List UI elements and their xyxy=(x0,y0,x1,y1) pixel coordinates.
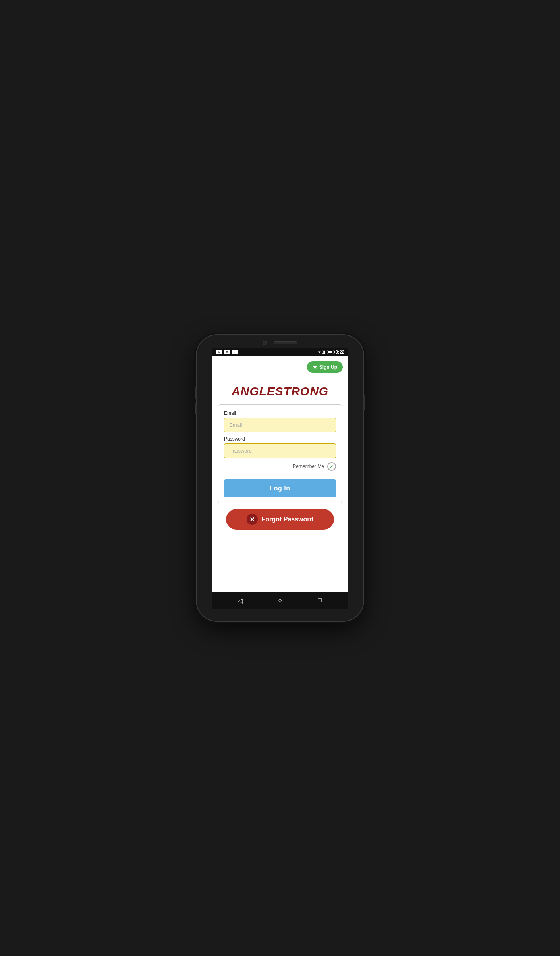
volume-up-button[interactable] xyxy=(195,387,197,399)
status-right-area: ▾ ◨ 9:22 xyxy=(318,350,344,354)
volume-down-button[interactable] xyxy=(195,403,197,414)
signal-icon: ◨ xyxy=(322,350,325,354)
phone-device: A 🖼 ↓ ▾ ◨ 9:22 ★ Sign Up ANGLESTRONG Ema… xyxy=(197,335,363,621)
screen-header: ★ Sign Up xyxy=(212,356,348,373)
login-form-card: Email Password Remember Me ✓ Log In xyxy=(218,404,342,503)
email-label: Email xyxy=(224,410,336,416)
bottom-nav: ◁ ○ □ xyxy=(212,592,348,609)
app1-icon: A xyxy=(216,350,222,354)
back-button[interactable]: ◁ xyxy=(235,595,246,606)
password-input[interactable] xyxy=(224,443,336,458)
signup-label: Sign Up xyxy=(319,364,337,370)
battery-icon xyxy=(327,350,334,354)
remember-me-checkbox[interactable]: ✓ xyxy=(327,462,336,471)
download-icon: ↓ xyxy=(232,350,238,354)
star-icon: ★ xyxy=(313,364,317,370)
wifi-icon: ▾ xyxy=(318,350,320,354)
login-label: Log In xyxy=(270,485,290,492)
remember-me-row: Remember Me ✓ xyxy=(224,462,336,471)
recents-button[interactable]: □ xyxy=(314,595,325,606)
signup-button[interactable]: ★ Sign Up xyxy=(307,361,343,373)
password-label: Password xyxy=(224,436,336,442)
status-bar: A 🖼 ↓ ▾ ◨ 9:22 xyxy=(212,348,348,356)
forgot-password-button[interactable]: ✕ Forgot Password xyxy=(226,509,334,530)
screen: ★ Sign Up ANGLESTRONG Email Password Rem… xyxy=(212,356,348,592)
forgot-password-label: Forgot Password xyxy=(262,516,314,523)
speaker-icon xyxy=(274,341,297,344)
clock: 9:22 xyxy=(336,350,344,354)
x-icon: ✕ xyxy=(247,514,258,525)
status-left-icons: A 🖼 ↓ xyxy=(216,350,238,354)
home-button[interactable]: ○ xyxy=(274,595,286,606)
camera-icon xyxy=(263,341,267,345)
login-button[interactable]: Log In xyxy=(224,479,336,497)
divider xyxy=(224,475,336,475)
remember-me-label: Remember Me xyxy=(293,464,324,469)
power-button[interactable] xyxy=(363,395,365,410)
email-input[interactable] xyxy=(224,418,336,432)
phone-top-bar xyxy=(197,335,363,345)
app-title: ANGLESTRONG xyxy=(212,385,348,398)
image-icon: 🖼 xyxy=(224,350,230,354)
